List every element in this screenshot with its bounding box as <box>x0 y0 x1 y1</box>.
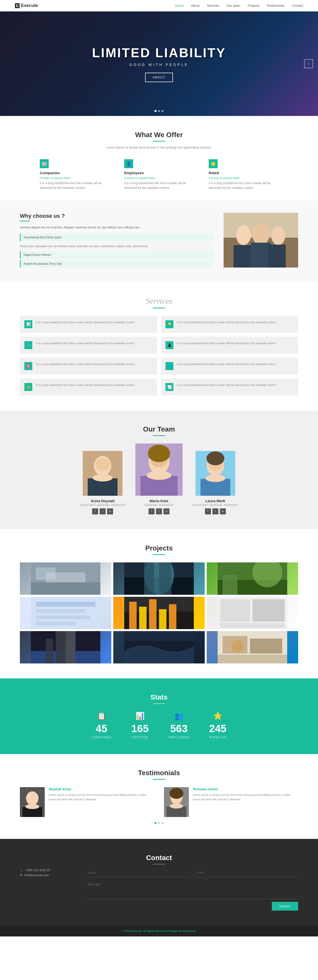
stat-companies-icon: 📋 <box>92 711 111 720</box>
hero-dot-3[interactable] <box>161 110 163 112</box>
offer-card-employees: 👤 Employees Contrary to popular belief I… <box>124 159 194 190</box>
site-logo[interactable]: E Execute <box>15 3 38 8</box>
stat-rated: ⭐ 245 Rated Us <box>209 711 226 739</box>
laura-twitter[interactable]: t <box>212 508 218 514</box>
offer-divider <box>153 141 165 142</box>
companies-title: Companies <box>40 171 60 175</box>
service-item-6: 🌐 It is a long established fact that a r… <box>161 358 298 374</box>
project-item-3[interactable] <box>207 562 298 595</box>
testimonials-dot-3[interactable] <box>161 822 163 824</box>
service-item-4: 📱 It is a long established fact that a r… <box>161 337 298 354</box>
project-item-4[interactable] <box>20 597 111 629</box>
contact-form <box>84 869 298 899</box>
svg-point-4 <box>271 226 285 245</box>
service-icon-8: 📈 <box>166 383 173 391</box>
svg-rect-41 <box>36 609 85 613</box>
svg-rect-53 <box>252 599 285 622</box>
why-item-1: Assumenda Est Cliche Quos <box>20 234 214 241</box>
companies-text: It is a long established fact that a rea… <box>40 181 109 190</box>
project-item-9[interactable] <box>207 631 298 663</box>
hero-dot-2[interactable] <box>158 110 160 112</box>
projects-section: Projects <box>0 529 318 678</box>
stat-rated-number: 245 <box>209 723 226 735</box>
hero-next-arrow[interactable]: › <box>304 59 313 68</box>
contact-phone-item: 📞 +880 123-4450 53 <box>20 869 70 872</box>
stat-rated-label: Rated Us <box>209 736 226 739</box>
offer-section: What We Offer Lorem ipsum is simply dumm… <box>0 116 318 200</box>
hero-dots <box>155 110 163 112</box>
testimonials-dot-1[interactable] <box>155 822 157 824</box>
nav-testimonials[interactable]: Testimonials <box>267 4 285 8</box>
contact-submit-button[interactable]: Submit <box>272 902 298 910</box>
services-divider <box>153 308 165 308</box>
why-left: Why choose us ? Aenean aliquet nec mi et… <box>20 213 214 269</box>
nav-services[interactable]: Services <box>207 4 219 8</box>
svg-point-68 <box>26 791 38 805</box>
project-item-7[interactable] <box>20 631 111 663</box>
anna-avatar <box>83 451 122 496</box>
laura-linkedin[interactable]: in <box>220 508 226 514</box>
mashok-text: Lorem ipsum is simply dummy text of the … <box>49 792 154 802</box>
stats-title: Stats <box>20 693 298 701</box>
laura-social: f t in <box>205 508 226 514</box>
team-title: Our Team <box>20 425 298 433</box>
rated-text: It is a long established fact that a rea… <box>209 181 278 190</box>
nav-home[interactable]: Home <box>175 4 184 8</box>
why-image-placeholder <box>224 213 298 267</box>
mashok-content: Mashok Khan Lorem ipsum is simply dummy … <box>49 787 154 817</box>
nav-contact[interactable]: Contact <box>292 4 303 8</box>
maria-facebook[interactable]: f <box>149 508 155 514</box>
team-card-laura: Laura Mark ASSISTANT GENERAL MANAGER f t… <box>193 451 238 514</box>
service-text-4: It is a long established fact that a rea… <box>177 341 275 346</box>
svg-rect-64 <box>250 639 282 654</box>
stat-employees-icon: 👥 <box>169 711 189 720</box>
maria-linkedin[interactable]: in <box>163 508 169 514</box>
contact-name-input[interactable] <box>84 869 190 877</box>
testimonials-dot-2[interactable] <box>158 822 160 824</box>
anna-facebook[interactable]: f <box>92 508 98 514</box>
contact-email-input[interactable] <box>193 869 298 877</box>
svg-rect-52 <box>220 599 250 622</box>
laura-name: Laura Mark <box>206 499 225 503</box>
project-item-1[interactable] <box>20 562 111 595</box>
stat-rated-icon: ⭐ <box>209 711 226 720</box>
service-item-2: 💡 It is a long established fact that a r… <box>161 316 298 333</box>
stat-companies: 📋 45 Companies <box>92 711 111 739</box>
hero-dot-1[interactable] <box>155 110 157 112</box>
project-item-2[interactable] <box>113 562 205 595</box>
nav-links: Home About Services Our team Projects Te… <box>175 4 303 8</box>
anna-twitter[interactable]: t <box>100 508 106 514</box>
logo-text: Execute <box>21 3 38 8</box>
nav-projects[interactable]: Projects <box>248 4 259 8</box>
maria-twitter[interactable]: t <box>156 508 162 514</box>
svg-rect-5 <box>234 245 253 267</box>
services-section: Services 📊 It is a long established fact… <box>0 282 318 410</box>
maria-name: Maria Kate <box>150 499 168 503</box>
project-item-6[interactable] <box>207 597 298 629</box>
employees-text: It is a long established fact that a rea… <box>124 181 194 190</box>
projects-divider <box>153 554 165 555</box>
contact-email: info@execute.com <box>24 873 49 877</box>
contact-form-block: Submit <box>84 869 298 910</box>
svg-point-75 <box>170 803 183 808</box>
team-card-maria: Maria Kate GENERAL MANAGER f t in <box>135 444 183 514</box>
laura-facebook[interactable]: f <box>205 508 211 514</box>
contact-wrapper: 📞 +880 123-4450 53 ✉ info@execute.com Su… <box>20 869 298 910</box>
hero-tagline: GOOD WITH PEOPLE <box>92 63 226 67</box>
stat-position-number: 165 <box>131 723 149 735</box>
romana-content: Romana nasrin Lorem ipsum is simply dumm… <box>193 787 298 817</box>
project-item-8[interactable] <box>113 631 205 663</box>
svg-rect-33 <box>159 562 171 595</box>
footer-text: © 2019 Execute. All Rights Reserved | De… <box>122 929 181 932</box>
nav-about[interactable]: About <box>191 4 199 8</box>
project-item-5[interactable] <box>113 597 205 629</box>
team-card-anna: Anna Deynah ASSISTANT GENERAL MANAGER f … <box>80 451 125 514</box>
anna-linkedin[interactable]: in <box>107 508 113 514</box>
hero-about-button[interactable]: ABOUT <box>145 73 172 82</box>
nav-team[interactable]: Our team <box>227 4 240 8</box>
why-items: Assumenda Est Cliche Quos Neque porro qu… <box>20 234 214 267</box>
svg-rect-59 <box>46 639 53 663</box>
svg-rect-7 <box>268 245 286 267</box>
contact-message-input[interactable] <box>84 880 298 899</box>
footer: © 2019 Execute. All Rights Reserved | De… <box>0 926 318 937</box>
